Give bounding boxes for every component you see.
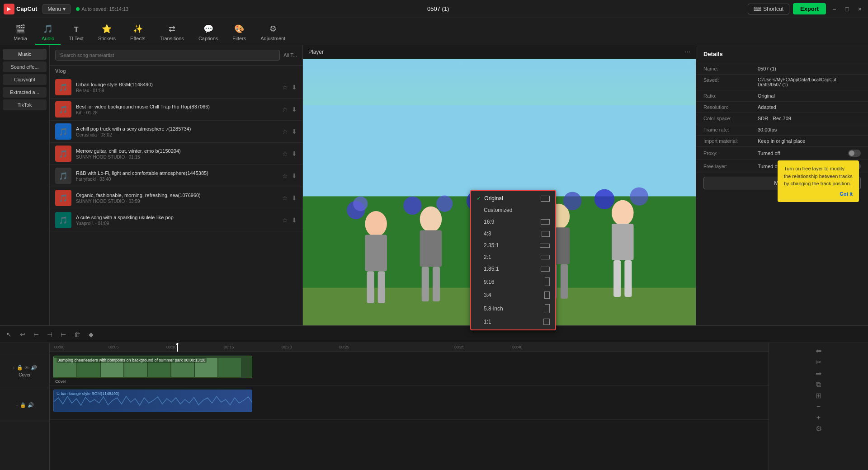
audio-lock-button[interactable]: 🔒 bbox=[20, 402, 26, 408]
track-icons: + 🔒 👁 🔊 bbox=[12, 365, 37, 371]
tiktok-tab[interactable]: TikTok bbox=[3, 99, 47, 110]
timeline-add-clip-button[interactable]: + bbox=[816, 414, 821, 422]
song-favorite-button[interactable]: ☆ bbox=[282, 194, 288, 202]
timeline-split-left-button[interactable]: ⊣ bbox=[44, 329, 55, 339]
nav-stickers[interactable]: ⭐ Stickers bbox=[92, 21, 122, 45]
nav-effects[interactable]: ✨ Effects bbox=[124, 21, 151, 45]
ratio-1-1[interactable]: 1:1 bbox=[471, 316, 555, 328]
menu-button[interactable]: Menu ▾ bbox=[42, 4, 71, 14]
song-meta: SUNNY HOOD STUDIO · 01:15 bbox=[76, 155, 278, 160]
track-lock-button[interactable]: 🔒 bbox=[17, 365, 23, 371]
song-item[interactable]: 🎵 Urban lounge style BGM(1148490) Re-lax… bbox=[50, 76, 302, 99]
song-favorite-button[interactable]: ☆ bbox=[282, 216, 288, 224]
timeline-copy-button[interactable]: ⧉ bbox=[816, 381, 821, 389]
audio-volume-button[interactable]: 🔊 bbox=[28, 402, 34, 408]
minimize-button[interactable]: − bbox=[830, 5, 839, 13]
song-favorite-button[interactable]: ☆ bbox=[282, 84, 288, 91]
audio-add-button[interactable]: + bbox=[15, 402, 18, 408]
nav-filters[interactable]: 🎨 Filters bbox=[226, 21, 252, 45]
ratio-3-4[interactable]: 3:4 bbox=[471, 289, 555, 301]
track-volume-button[interactable]: 🔊 bbox=[31, 365, 37, 371]
ratio-2-35-1[interactable]: 2.35:1 bbox=[471, 240, 555, 251]
nav-audio[interactable]: 🎵 Audio bbox=[35, 21, 61, 45]
extracted-tab[interactable]: Extracted a... bbox=[3, 87, 47, 98]
song-thumbnail: 🎵 bbox=[55, 123, 71, 140]
song-item[interactable]: 🎵 A chill pop truck with a sexy atmosphe… bbox=[50, 121, 302, 143]
close-button[interactable]: × bbox=[855, 5, 864, 13]
timeline-undo-button[interactable]: ↩ bbox=[17, 329, 28, 339]
ruler-mark-20: 00:20 bbox=[282, 345, 292, 349]
detail-saved-row: Saved: C:/Users/MyPC/AppData/Local/CapCu… bbox=[696, 75, 868, 90]
song-download-button[interactable]: ⬇ bbox=[292, 150, 297, 157]
music-tab[interactable]: Music bbox=[3, 49, 47, 60]
ratio-2-1[interactable]: 2:1 bbox=[471, 251, 555, 263]
timeline-split-clip-button[interactable]: ✂ bbox=[816, 358, 821, 367]
proxy-toggle[interactable] bbox=[848, 150, 861, 157]
song-info: A chill pop truck with a sexy atmosphere… bbox=[76, 126, 278, 137]
timeline-split-right-button[interactable]: ⊢ bbox=[58, 329, 69, 339]
search-input[interactable] bbox=[55, 50, 280, 61]
nav-transitions[interactable]: ⇄ Transitions bbox=[153, 21, 190, 45]
ratio-9-16[interactable]: 9:16 bbox=[471, 275, 555, 289]
proxy-label: Proxy: bbox=[703, 150, 758, 156]
song-item[interactable]: 🎵 Organic, fashionable, morning, refresh… bbox=[50, 187, 302, 209]
song-download-button[interactable]: ⬇ bbox=[292, 194, 297, 202]
song-item[interactable]: 🎵 R&B with Lo-Fi, light and comfortable … bbox=[50, 165, 302, 187]
song-download-button[interactable]: ⬇ bbox=[292, 216, 297, 224]
timeline-minus-button[interactable]: − bbox=[816, 403, 821, 411]
nav-adjustment[interactable]: ⚙ Adjustment bbox=[254, 21, 292, 45]
song-item[interactable]: 🎵 Best for video background music Chill … bbox=[50, 99, 302, 121]
song-item[interactable]: 🎵 A cute song with a sparkling ukulele-l… bbox=[50, 209, 302, 231]
video-clip[interactable]: Jumping cheerleaders with pompoms on bac… bbox=[53, 356, 252, 378]
autosave-status: Auto saved: 15:14:13 bbox=[76, 6, 128, 12]
detail-resolution-row: Resolution: Adapted bbox=[696, 102, 868, 113]
player-menu-icon[interactable]: ⋯ bbox=[685, 49, 690, 55]
song-download-button[interactable]: ⬇ bbox=[292, 106, 297, 113]
sound-effects-tab[interactable]: Sound effe... bbox=[3, 61, 47, 72]
song-favorite-button[interactable]: ☆ bbox=[282, 172, 288, 179]
nav-media[interactable]: 🎬 Media bbox=[7, 21, 33, 45]
timeline-keyframe-button[interactable]: ◆ bbox=[86, 329, 96, 339]
ratio-5-8-inch[interactable]: 5.8-inch bbox=[471, 301, 555, 316]
effects-icon: ✨ bbox=[133, 24, 143, 34]
timeline-align-button[interactable]: ⊞ bbox=[816, 391, 821, 400]
timeline-delete-button[interactable]: 🗑 bbox=[71, 329, 83, 339]
detail-ratio-row: Ratio: Original bbox=[696, 90, 868, 102]
maximize-button[interactable]: □ bbox=[842, 5, 851, 13]
song-item[interactable]: 🎵 Merrow guitar, chill out, winter, emo … bbox=[50, 143, 302, 165]
song-favorite-button[interactable]: ☆ bbox=[282, 128, 288, 135]
ratio-16-9[interactable]: 16:9 bbox=[471, 216, 555, 228]
song-favorite-button[interactable]: ☆ bbox=[282, 106, 288, 113]
song-download-button[interactable]: ⬇ bbox=[292, 84, 297, 91]
nav-captions[interactable]: 💬 Captions bbox=[192, 21, 224, 45]
tooltip-gotit-button[interactable]: Got it bbox=[784, 190, 853, 198]
ruler: 00:00 00:05 00:10 00:15 00:20 00:25 00:3… bbox=[50, 343, 769, 352]
ratio-customized[interactable]: Customized bbox=[471, 204, 555, 216]
player-title: Player bbox=[308, 49, 324, 55]
detail-framerate-label: Frame rate: bbox=[703, 127, 758, 132]
audio-clip[interactable]: Urban lounge style BGM(1148490) bbox=[53, 390, 252, 412]
track-visible-button[interactable]: 👁 bbox=[24, 365, 29, 371]
detail-saved-label: Saved: bbox=[703, 77, 758, 87]
nav-text[interactable]: T TI Text bbox=[62, 23, 90, 45]
track-add-button[interactable]: + bbox=[12, 365, 15, 371]
timeline-settings-button[interactable]: ⚙ bbox=[816, 424, 822, 433]
song-download-button[interactable]: ⬇ bbox=[292, 128, 297, 135]
ruler-mark-0: 00:00 bbox=[54, 345, 65, 349]
ratio-1-85-1[interactable]: 1.85:1 bbox=[471, 263, 555, 275]
song-thumbnail: 🎵 bbox=[55, 168, 71, 184]
song-download-button[interactable]: ⬇ bbox=[292, 172, 297, 179]
song-actions: ☆ ⬇ bbox=[282, 194, 297, 202]
copyright-tab[interactable]: Copyright bbox=[3, 74, 47, 85]
ratio-original[interactable]: ✓ Original bbox=[471, 193, 555, 204]
song-favorite-button[interactable]: ☆ bbox=[282, 150, 288, 157]
all-tab[interactable]: All T... bbox=[283, 52, 297, 58]
export-button[interactable]: Export bbox=[793, 3, 826, 14]
timeline-prev-button[interactable]: ⬅ bbox=[816, 347, 821, 355]
ratio-4-3[interactable]: 4:3 bbox=[471, 228, 555, 240]
timeline-split-button[interactable]: ⊢ bbox=[31, 329, 42, 339]
project-title: 0507 (1) bbox=[134, 5, 742, 12]
timeline-cursor-button[interactable]: ↖ bbox=[4, 329, 14, 339]
shortcut-button[interactable]: ⌨ Shortcut bbox=[748, 4, 789, 14]
timeline-next-button[interactable]: ➡ bbox=[816, 369, 821, 378]
